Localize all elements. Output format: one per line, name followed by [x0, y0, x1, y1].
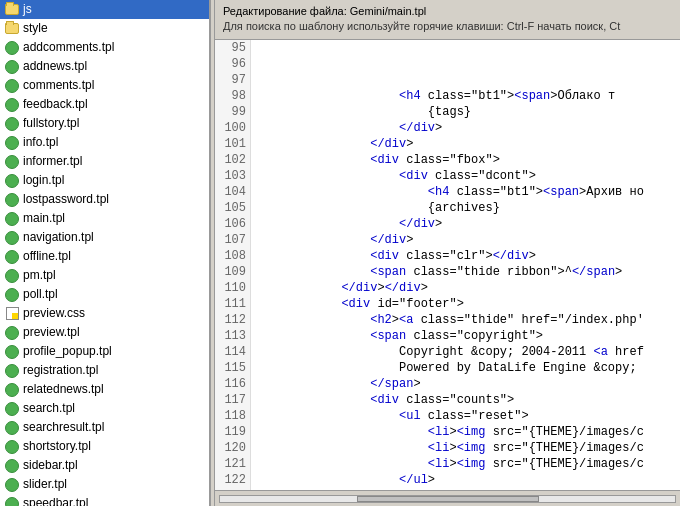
file-item[interactable]: slider.tpl	[0, 475, 209, 494]
file-item[interactable]: login.tpl	[0, 171, 209, 190]
tpl-icon	[4, 78, 20, 94]
file-item[interactable]: info.tpl	[0, 133, 209, 152]
horizontal-scrollbar[interactable]	[215, 490, 680, 506]
line-number: 115	[215, 360, 250, 376]
line-number: 119	[215, 424, 250, 440]
file-item[interactable]: navigation.tpl	[0, 228, 209, 247]
file-name: info.tpl	[23, 134, 58, 151]
file-item[interactable]: fullstory.tpl	[0, 114, 209, 133]
tpl-icon	[4, 458, 20, 474]
tpl-icon	[4, 344, 20, 360]
code-area[interactable]: 9596979899100101102103104105106107108109…	[215, 40, 680, 506]
tpl-icon	[4, 154, 20, 170]
tpl-icon	[4, 211, 20, 227]
file-item[interactable]: informer.tpl	[0, 152, 209, 171]
tpl-icon	[4, 116, 20, 132]
line-number: 103	[215, 168, 250, 184]
line-number: 121	[215, 456, 250, 472]
code-line: </div>	[255, 232, 676, 248]
file-name: addnews.tpl	[23, 58, 87, 75]
file-item[interactable]: feedback.tpl	[0, 95, 209, 114]
code-line: <li><img src="{THEME}/images/c	[255, 440, 676, 456]
line-number: 104	[215, 184, 250, 200]
file-item[interactable]: offline.tpl	[0, 247, 209, 266]
file-name: addcomments.tpl	[23, 39, 114, 56]
file-name: poll.tpl	[23, 286, 58, 303]
file-name: pm.tpl	[23, 267, 56, 284]
line-number: 97	[215, 72, 250, 88]
line-number: 122	[215, 472, 250, 488]
code-line: Copyright &copy; 2004-2011 <a href	[255, 344, 676, 360]
line-numbers: 9596979899100101102103104105106107108109…	[215, 40, 251, 490]
line-number: 102	[215, 152, 250, 168]
file-name: login.tpl	[23, 172, 64, 189]
folder-icon	[4, 21, 20, 37]
file-tree-panel: jsstyleaddcomments.tpladdnews.tplcomment…	[0, 0, 210, 506]
file-name: registration.tpl	[23, 362, 98, 379]
tpl-icon	[4, 173, 20, 189]
file-item[interactable]: pm.tpl	[0, 266, 209, 285]
file-name: sidebar.tpl	[23, 457, 78, 474]
file-item[interactable]: addnews.tpl	[0, 57, 209, 76]
file-name: js	[23, 1, 32, 18]
file-item[interactable]: addcomments.tpl	[0, 38, 209, 57]
line-number: 110	[215, 280, 250, 296]
file-item[interactable]: preview.css	[0, 304, 209, 323]
file-name: lostpassword.tpl	[23, 191, 109, 208]
code-line: Powered by DataLife Engine &copy;	[255, 360, 676, 376]
file-name: preview.tpl	[23, 324, 80, 341]
file-name: comments.tpl	[23, 77, 94, 94]
scrollbar-thumb[interactable]	[357, 496, 539, 502]
css-icon	[4, 306, 20, 322]
tpl-icon	[4, 135, 20, 151]
file-item[interactable]: registration.tpl	[0, 361, 209, 380]
file-item[interactable]: search.tpl	[0, 399, 209, 418]
tpl-icon	[4, 268, 20, 284]
file-item[interactable]: lostpassword.tpl	[0, 190, 209, 209]
file-name: navigation.tpl	[23, 229, 94, 246]
code-line: </span>	[255, 376, 676, 392]
code-content[interactable]: 9596979899100101102103104105106107108109…	[215, 40, 680, 490]
line-number: 117	[215, 392, 250, 408]
tpl-icon	[4, 192, 20, 208]
code-text[interactable]: <h4 class="bt1"><span>Облако т {tags} </…	[251, 40, 680, 490]
tpl-icon	[4, 420, 20, 436]
file-item[interactable]: relatednews.tpl	[0, 380, 209, 399]
file-item[interactable]: speedbar.tpl	[0, 494, 209, 506]
file-name: profile_popup.tpl	[23, 343, 112, 360]
scrollbar-track[interactable]	[219, 495, 676, 503]
line-number: 95	[215, 40, 250, 56]
tpl-icon	[4, 363, 20, 379]
file-name: speedbar.tpl	[23, 495, 88, 506]
tpl-icon	[4, 287, 20, 303]
line-number: 114	[215, 344, 250, 360]
file-item[interactable]: preview.tpl	[0, 323, 209, 342]
file-name: slider.tpl	[23, 476, 67, 493]
editor-header: Редактирование файла: Gemini/main.tpl Дл…	[215, 0, 680, 40]
file-item[interactable]: js	[0, 0, 209, 19]
file-item[interactable]: profile_popup.tpl	[0, 342, 209, 361]
file-item[interactable]: searchresult.tpl	[0, 418, 209, 437]
line-number: 107	[215, 232, 250, 248]
code-line: <li><img src="{THEME}/images/c	[255, 456, 676, 472]
file-item[interactable]: poll.tpl	[0, 285, 209, 304]
file-item[interactable]: main.tpl	[0, 209, 209, 228]
file-name: preview.css	[23, 305, 85, 322]
file-item[interactable]: comments.tpl	[0, 76, 209, 95]
code-line: <span class="thide ribbon">^</span>	[255, 264, 676, 280]
file-item[interactable]: shortstory.tpl	[0, 437, 209, 456]
code-line: </div></div>	[255, 280, 676, 296]
file-list[interactable]: jsstyleaddcomments.tpladdnews.tplcomment…	[0, 0, 209, 506]
line-number: 105	[215, 200, 250, 216]
file-item[interactable]: sidebar.tpl	[0, 456, 209, 475]
line-number: 99	[215, 104, 250, 120]
file-name: searchresult.tpl	[23, 419, 104, 436]
tpl-icon	[4, 325, 20, 341]
tpl-icon	[4, 59, 20, 75]
file-item[interactable]: style	[0, 19, 209, 38]
tpl-icon	[4, 401, 20, 417]
code-line: {archives}	[255, 200, 676, 216]
code-line: <div class="fbox">	[255, 152, 676, 168]
code-line: <ul class="reset">	[255, 408, 676, 424]
line-number: 120	[215, 440, 250, 456]
